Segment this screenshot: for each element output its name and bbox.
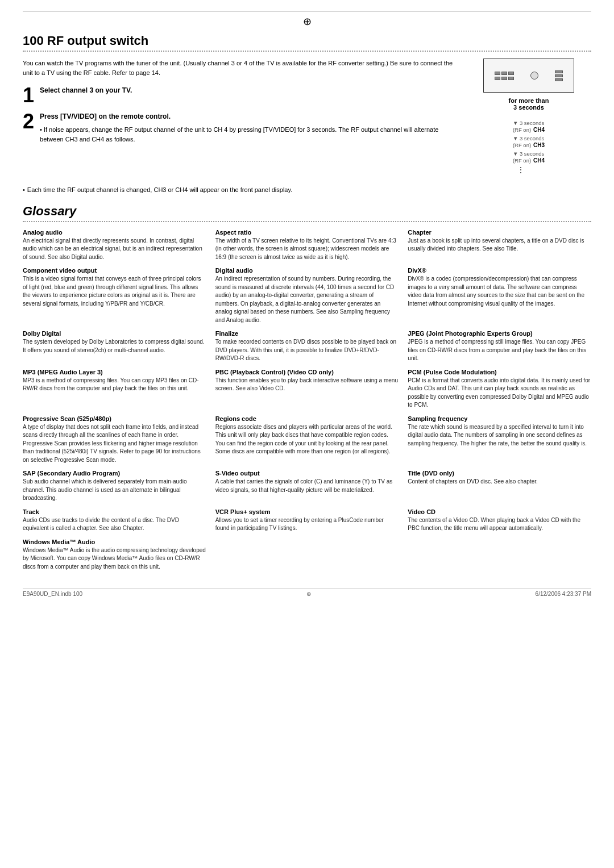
glossary-item: Digital audioAn indirect representation … bbox=[215, 267, 399, 324]
glossary-term: Sampling frequency bbox=[408, 415, 591, 422]
glossary-definition: Audio CDs use tracks to divide the conte… bbox=[23, 516, 206, 533]
glossary-term: DivX® bbox=[408, 267, 591, 274]
glossary-definition: JPEG is a method of compressing still im… bbox=[408, 338, 591, 363]
glossary-term: Progressive Scan (525p/480p) bbox=[23, 415, 206, 422]
dev-btn5 bbox=[501, 77, 507, 80]
glossary-term: S-Video output bbox=[215, 470, 399, 477]
glossary-item: VCR Plus+ systemAllows you to set a time… bbox=[215, 508, 399, 533]
glossary-definition: The contents of a Video CD. When playing… bbox=[408, 516, 591, 533]
glossary-definition: To make recorded contents on DVD discs p… bbox=[215, 338, 399, 363]
glossary-definition: A cable that carries the signals of colo… bbox=[215, 478, 399, 494]
glossary-term: Finalize bbox=[215, 330, 399, 337]
ch4-rf-label: (RF on) bbox=[513, 127, 531, 133]
header-center-icon: ⊕ bbox=[303, 16, 312, 27]
dev-btn-r1 bbox=[555, 70, 563, 73]
rf-section-title: 100 RF output switch bbox=[23, 34, 591, 48]
ch4-label: CH4 bbox=[533, 127, 545, 133]
bullet-text: Each time the RF output channel is chang… bbox=[27, 185, 292, 195]
step1-content: Select channel 3 on your TV. bbox=[40, 85, 132, 95]
for-more-than-label: for more than 3 seconds bbox=[509, 97, 549, 111]
more-indicator: ⋮ bbox=[517, 166, 524, 174]
glossary-term: PCM (Pulse Code Modulation) bbox=[408, 369, 591, 375]
rf-bullet-note: • Each time the RF output channel is cha… bbox=[23, 185, 591, 195]
glossary-definition: The width of a TV screen relative to its… bbox=[215, 237, 399, 262]
glossary-term: VCR Plus+ system bbox=[215, 508, 399, 515]
bullet-symbol: • bbox=[23, 185, 25, 195]
glossary-item: ChapterJust as a book is split up into s… bbox=[408, 229, 591, 262]
device-btn-row2 bbox=[495, 77, 514, 80]
device-power-circle bbox=[530, 72, 538, 80]
glossary-definition: Sub audio channel which is delivered sep… bbox=[23, 478, 206, 503]
step2-detail: • If noise appears, change the RF output… bbox=[40, 125, 455, 144]
glossary-definition: PCM is a format that converts audio into… bbox=[408, 377, 591, 410]
dev-btn4 bbox=[495, 77, 500, 80]
glossary-item: SAP (Secondary Audio Program)Sub audio c… bbox=[23, 470, 206, 503]
glossary-definition: Content of chapters on DVD disc. See als… bbox=[408, 478, 591, 486]
page-header: ⊕ bbox=[23, 15, 591, 28]
glossary-item: DivX®DivX® is a codec (compression/decom… bbox=[408, 267, 591, 324]
ch-sequence-diagram: ▼ 3 seconds (RF on) CH4 ▼ 3 seconds (RF … bbox=[513, 115, 545, 174]
glossary-definition: DivX® is a codec (compression/decompress… bbox=[408, 275, 591, 308]
dev-btn-r2 bbox=[555, 74, 563, 77]
glossary-definition: MP3 is a method of compressing files. Yo… bbox=[23, 377, 206, 393]
glossary-definition: This is a video signal format that conve… bbox=[23, 275, 206, 308]
dev-btn6 bbox=[508, 77, 514, 80]
ch4b-seconds-label: ▼ 3 seconds bbox=[513, 151, 544, 157]
step2-content: Press [TV/VIDEO] on the remote control. … bbox=[40, 111, 455, 144]
glossary-item: TrackAudio CDs use tracks to divide the … bbox=[23, 508, 206, 533]
glossary-definition: The system developed by Dolby Laboratori… bbox=[23, 338, 206, 354]
glossary-section-wrapper: Glossary Analog audioAn electrical signa… bbox=[23, 204, 591, 577]
glossary-item: FinalizeTo make recorded contents on DVD… bbox=[215, 330, 399, 363]
rf-section-divider bbox=[23, 51, 591, 52]
glossary-item: Dolby DigitalThe system developed by Dol… bbox=[23, 330, 206, 363]
ch4b-row: (RF on) CH4 bbox=[513, 157, 545, 164]
dev-btn2 bbox=[501, 72, 507, 75]
top-decorative-line bbox=[23, 11, 591, 12]
glossary-item: Windows Media™ AudioWindows Media™ Audio… bbox=[23, 539, 206, 571]
glossary-definition: A type of display that does not split ea… bbox=[23, 423, 206, 465]
ch4b-rf-label: (RF on) bbox=[513, 157, 531, 164]
step1-title: Select channel 3 on your TV. bbox=[40, 86, 132, 94]
glossary-definition: Allows you to set a timer recording by e… bbox=[215, 516, 399, 533]
device-right-btns bbox=[555, 70, 563, 81]
glossary-term: Chapter bbox=[408, 229, 591, 236]
ch4b-seconds-row: ▼ 3 seconds bbox=[513, 151, 544, 157]
ch4-seconds-label: ▼ 3 seconds bbox=[513, 120, 544, 126]
glossary-item: Aspect ratioThe width of a TV screen rel… bbox=[215, 229, 399, 262]
footer-left: E9A90UD_EN.indb 100 bbox=[23, 591, 82, 597]
glossary-term: Dolby Digital bbox=[23, 330, 206, 337]
dev-btn3 bbox=[508, 72, 514, 75]
glossary-item: Title (DVD only)Content of chapters on D… bbox=[408, 470, 591, 503]
glossary-item: MP3 (MPEG Audio Layer 3)MP3 is a method … bbox=[23, 369, 206, 410]
ch3-seconds-label: ▼ 3 seconds bbox=[513, 135, 544, 141]
glossary-item: Video CDThe contents of a Video CD. When… bbox=[408, 508, 591, 533]
rf-intro-text: You can watch the TV programs with the t… bbox=[23, 59, 455, 77]
glossary-term: Analog audio bbox=[23, 229, 206, 236]
glossary-divider bbox=[23, 221, 591, 222]
ch3-label: CH3 bbox=[533, 142, 545, 148]
glossary-term: Regions code bbox=[215, 415, 399, 422]
glossary-definition: Regions associate discs and players with… bbox=[215, 423, 399, 456]
glossary-term: Video CD bbox=[408, 508, 591, 515]
glossary-term: Title (DVD only) bbox=[408, 470, 591, 477]
glossary-item: Regions codeRegions associate discs and … bbox=[215, 415, 399, 465]
glossary-item: JPEG (Joint Photographic Experts Group)J… bbox=[408, 330, 591, 363]
rf-left-column: You can watch the TV programs with the t… bbox=[23, 59, 455, 174]
footer-center-icon: ⊕ bbox=[306, 591, 311, 597]
glossary-definition: The rate which sound is measured by a sp… bbox=[408, 423, 591, 448]
glossary-item: Sampling frequencyThe rate which sound i… bbox=[408, 415, 591, 465]
rf-right-column: for more than 3 seconds ▼ 3 seconds (RF … bbox=[466, 59, 591, 174]
rf-section-wrapper: 100 RF output switch You can watch the T… bbox=[23, 34, 591, 195]
glossary-term: Digital audio bbox=[215, 267, 399, 274]
rf-diagram: for more than 3 seconds ▼ 3 seconds (RF … bbox=[483, 59, 574, 174]
step1-number: 1 bbox=[23, 85, 34, 106]
glossary-term: Component video output bbox=[23, 267, 206, 274]
device-btn-row1 bbox=[495, 72, 514, 75]
glossary-title: Glossary bbox=[23, 204, 591, 219]
device-buttons-left bbox=[495, 72, 514, 80]
step2-title: Press [TV/VIDEO] on the remote control. bbox=[40, 111, 455, 122]
glossary-term: SAP (Secondary Audio Program) bbox=[23, 470, 206, 477]
glossary-term: Track bbox=[23, 508, 206, 515]
rf-content: You can watch the TV programs with the t… bbox=[23, 59, 591, 174]
glossary-definition: An indirect representation of sound by n… bbox=[215, 275, 399, 324]
